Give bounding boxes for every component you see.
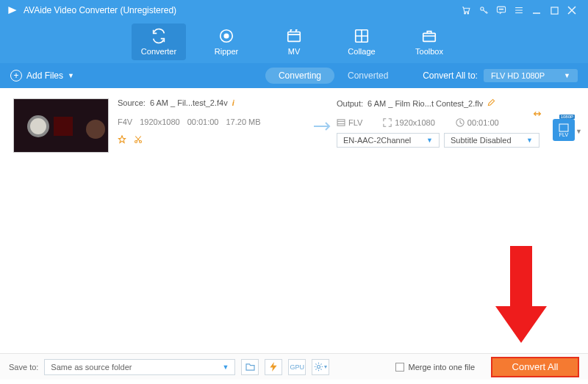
- output-format-badge[interactable]: 1080P FLV: [553, 119, 575, 141]
- svg-point-2: [467, 12, 469, 14]
- video-thumbnail[interactable]: [13, 98, 109, 153]
- info-icon[interactable]: i: [232, 98, 234, 107]
- open-folder-button[interactable]: [241, 359, 259, 375]
- svg-rect-13: [423, 33, 436, 41]
- svg-point-6: [501, 9, 501, 10]
- convert-label: Convert All: [512, 361, 559, 372]
- source-label: Source:: [118, 98, 146, 107]
- svg-point-7: [503, 9, 503, 10]
- maximize-button[interactable]: [545, 3, 563, 18]
- svg-rect-16: [337, 120, 345, 126]
- tab-toolbox[interactable]: Toolbox: [402, 23, 456, 60]
- add-files-button[interactable]: + Add Files ▼: [10, 70, 74, 81]
- save-to-label: Save to:: [9, 363, 38, 372]
- save-path-value: Same as source folder: [51, 363, 132, 372]
- cart-icon[interactable]: [457, 3, 475, 18]
- rename-icon[interactable]: [487, 98, 495, 108]
- feedback-icon[interactable]: [492, 3, 510, 18]
- cut-icon[interactable]: [134, 135, 143, 145]
- menu-icon[interactable]: [510, 3, 528, 18]
- close-button[interactable]: [563, 3, 581, 18]
- add-files-label: Add Files: [26, 70, 63, 81]
- main-toolbar: Converter Ripper MV Collage Toolbox: [0, 21, 588, 63]
- chevron-down-icon[interactable]: ▼: [576, 128, 582, 135]
- chevron-down-icon: ▼: [426, 137, 433, 144]
- annotation-arrow: [495, 246, 547, 349]
- mv-icon: [286, 28, 302, 44]
- arrow-right-icon: [310, 98, 337, 154]
- tab-ripper[interactable]: Ripper: [199, 23, 254, 60]
- file-item: Source: 6 AM _ Fil...test_2.f4v i F4V 19…: [0, 88, 588, 162]
- chevron-down-icon: ▼: [68, 72, 74, 79]
- subbar: + Add Files ▼ Converting Converted Conve…: [0, 63, 588, 88]
- output-format-select[interactable]: FLV HD 1080P ▼: [484, 69, 578, 82]
- tab-label: Toolbox: [415, 47, 443, 56]
- output-column: Output: 6 AM _ Film Rio...t Contest_2.fl…: [337, 98, 579, 154]
- source-column: Source: 6 AM _ Fil...test_2.f4v i F4V 19…: [109, 98, 310, 154]
- tab-label: Converter: [141, 47, 176, 56]
- source-filename: 6 AM _ Fil...test_2.f4v: [150, 98, 228, 107]
- save-path-select[interactable]: Same as source folder ▼: [44, 359, 235, 375]
- svg-marker-0: [8, 7, 16, 14]
- pin-icon[interactable]: [118, 135, 126, 145]
- app-logo-icon: [7, 5, 18, 15]
- tab-label: MV: [288, 47, 301, 56]
- expand-icon: [383, 118, 392, 127]
- toolbox-icon: [421, 28, 437, 44]
- tab-converter[interactable]: Converter: [132, 23, 186, 60]
- compress-icon[interactable]: [532, 109, 542, 120]
- titlebar: AVAide Video Converter (Unregistered): [0, 0, 588, 21]
- tab-label: Ripper: [215, 47, 238, 56]
- convert-all-button[interactable]: Convert All: [491, 357, 579, 377]
- merge-label: Merge into one file: [409, 363, 476, 372]
- tab-converted[interactable]: Converted: [334, 68, 401, 84]
- tab-label: Collage: [348, 47, 375, 56]
- badge-format: FLV: [559, 132, 568, 137]
- ripper-icon: [218, 28, 234, 44]
- settings-button[interactable]: ▾: [312, 359, 329, 375]
- key-icon[interactable]: [475, 3, 492, 18]
- chevron-down-icon: ▼: [564, 72, 570, 79]
- chevron-down-icon: ▼: [222, 363, 229, 371]
- output-format: FLV: [348, 118, 362, 127]
- app-title: AVAide Video Converter (Unregistered): [24, 5, 176, 15]
- gpu-button[interactable]: GPU: [288, 359, 306, 375]
- tab-collage[interactable]: Collage: [334, 23, 389, 60]
- source-resolution: 1920x1080: [140, 117, 179, 126]
- collage-icon: [354, 28, 370, 44]
- film-icon: [337, 119, 345, 126]
- converter-icon: [151, 28, 167, 44]
- footer: Save to: Same as source folder ▼ GPU ▾ M…: [0, 353, 588, 380]
- svg-rect-8: [551, 7, 557, 13]
- output-label: Output:: [337, 99, 363, 108]
- svg-point-10: [224, 34, 229, 38]
- output-filename: 6 AM _ Film Rio...t Contest_2.flv: [368, 99, 483, 108]
- output-resolution: 1920x1080: [395, 118, 434, 127]
- convert-all-to-label: Convert All to:: [423, 70, 478, 81]
- chevron-down-icon: ▼: [526, 137, 533, 144]
- svg-rect-18: [559, 124, 568, 131]
- boost-button[interactable]: [265, 359, 282, 375]
- source-codec: F4V: [118, 117, 132, 126]
- source-duration: 00:01:00: [187, 117, 219, 126]
- source-size: 17.20 MB: [226, 117, 260, 126]
- audio-track-select[interactable]: EN-AAC-2Channel▼: [337, 133, 440, 148]
- output-duration: 00:01:00: [467, 118, 499, 127]
- checkbox-icon: [395, 363, 404, 372]
- tab-converting[interactable]: Converting: [265, 68, 334, 84]
- svg-point-1: [465, 12, 466, 14]
- subtitle-select[interactable]: Subtitle Disabled▼: [444, 133, 539, 148]
- svg-point-5: [499, 9, 500, 10]
- merge-checkbox[interactable]: Merge into one file: [395, 363, 476, 372]
- plus-icon: +: [10, 70, 22, 81]
- minimize-button[interactable]: [528, 3, 545, 18]
- badge-quality: 1080P: [559, 115, 575, 119]
- svg-point-19: [318, 365, 320, 368]
- tab-mv[interactable]: MV: [267, 23, 321, 60]
- svg-rect-11: [288, 32, 301, 42]
- clock-icon: [456, 118, 465, 127]
- format-value: FLV HD 1080P: [491, 71, 545, 80]
